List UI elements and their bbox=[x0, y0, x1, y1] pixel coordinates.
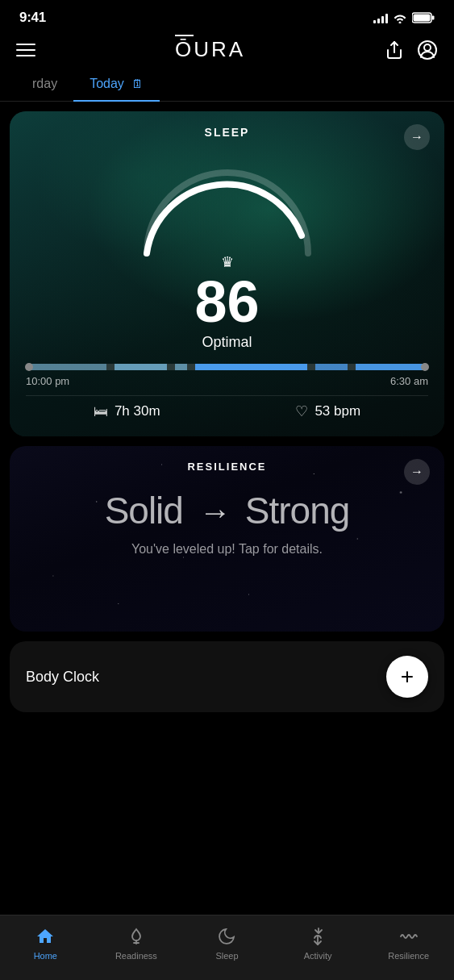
sleep-icon bbox=[217, 925, 236, 948]
heart-icon: ♡ bbox=[295, 402, 308, 420]
resilience-title: RESILIENCE bbox=[26, 461, 428, 473]
status-time: 9:41 bbox=[19, 10, 46, 26]
logo: ŌURA bbox=[175, 37, 245, 62]
crown-icon: ♛ bbox=[221, 253, 234, 271]
sleep-card[interactable]: → SLEEP ♛ 86 Optimal bbox=[10, 111, 444, 436]
sleep-end-time: 6:30 am bbox=[390, 375, 428, 387]
svg-rect-1 bbox=[432, 16, 435, 20]
resilience-arrow-btn[interactable]: → bbox=[404, 459, 430, 485]
home-icon bbox=[35, 925, 55, 948]
sleep-card-title: SLEEP bbox=[26, 126, 428, 139]
header-right bbox=[385, 40, 438, 60]
add-button[interactable]: + bbox=[386, 656, 428, 698]
sleep-start-time: 10:00 pm bbox=[26, 375, 69, 387]
sleep-stats: 🛏 7h 30m ♡ 53 bpm bbox=[26, 395, 428, 420]
tabs: rday Today 🗓 bbox=[0, 69, 454, 102]
resilience-subtitle: You've leveled up! Tap for details. bbox=[26, 542, 428, 557]
heart-rate-stat: ♡ 53 bpm bbox=[295, 402, 360, 420]
hamburger-menu[interactable] bbox=[16, 44, 35, 56]
body-clock-title: Body Clock bbox=[26, 669, 99, 686]
calendar-icon: 🗓 bbox=[131, 77, 144, 90]
heart-rate: 53 bpm bbox=[314, 403, 360, 419]
resilience-to: Strong bbox=[245, 490, 350, 532]
resilience-nav-icon bbox=[399, 925, 419, 948]
timeline-segments bbox=[26, 364, 428, 370]
bottom-nav: Home Readiness Sleep bbox=[0, 915, 454, 980]
body-clock-section: Body Clock + bbox=[10, 641, 444, 712]
svg-rect-2 bbox=[414, 15, 431, 22]
resilience-card[interactable]: → RESILIENCE Solid → Strong You've level… bbox=[10, 446, 444, 632]
resilience-from: Solid bbox=[105, 490, 183, 532]
header-left bbox=[16, 44, 35, 56]
nav-item-sleep[interactable]: Sleep bbox=[202, 925, 251, 961]
sleep-gauge: ♛ 86 Optimal bbox=[26, 148, 428, 351]
profile-button[interactable] bbox=[417, 40, 438, 60]
logo-o: Ō bbox=[175, 37, 194, 62]
sleep-timeline: 10:00 pm 6:30 am bbox=[26, 364, 428, 387]
bed-icon: 🛏 bbox=[94, 403, 108, 420]
timeline-bar bbox=[26, 364, 428, 370]
sleep-duration-stat: 🛏 7h 30m bbox=[94, 402, 160, 420]
nav-label-resilience: Resilience bbox=[388, 951, 429, 961]
nav-item-activity[interactable]: Activity bbox=[294, 925, 342, 961]
resilience-content: → RESILIENCE Solid → Strong You've level… bbox=[10, 446, 444, 579]
svg-point-5 bbox=[424, 44, 431, 51]
battery-icon bbox=[412, 12, 435, 23]
sleep-card-content: → SLEEP ♛ 86 Optimal bbox=[10, 111, 444, 436]
main-content: → SLEEP ♛ 86 Optimal bbox=[0, 102, 454, 819]
nav-item-home[interactable]: Home bbox=[21, 925, 69, 961]
tab-yesterday[interactable]: rday bbox=[16, 69, 73, 101]
tab-today[interactable]: Today 🗓 bbox=[73, 69, 160, 101]
readiness-icon bbox=[127, 925, 146, 948]
nav-label-readiness: Readiness bbox=[115, 951, 157, 961]
gauge-score-container: ♛ 86 Optimal bbox=[194, 253, 259, 351]
sleep-score-label: Optimal bbox=[202, 334, 252, 351]
nav-label-activity: Activity bbox=[304, 951, 332, 961]
status-bar: 9:41 bbox=[0, 0, 454, 29]
sleep-duration: 7h 30m bbox=[115, 403, 160, 419]
timeline-start-dot bbox=[25, 363, 33, 371]
wifi-icon bbox=[393, 12, 407, 23]
sleep-score: 86 bbox=[194, 273, 259, 331]
share-button[interactable] bbox=[385, 40, 404, 60]
sleep-card-arrow[interactable]: → bbox=[404, 124, 430, 150]
status-icons bbox=[373, 12, 435, 23]
resilience-score-text: Solid → Strong bbox=[26, 489, 428, 532]
nav-label-home: Home bbox=[34, 951, 57, 961]
nav-item-readiness[interactable]: Readiness bbox=[112, 925, 160, 961]
signal-icon bbox=[373, 12, 388, 23]
nav-item-resilience[interactable]: Resilience bbox=[385, 925, 433, 961]
header: ŌURA bbox=[0, 29, 454, 69]
resilience-transition-arrow: → bbox=[199, 494, 239, 530]
timeline-end-dot bbox=[421, 363, 429, 371]
activity-icon bbox=[308, 925, 327, 948]
timeline-times: 10:00 pm 6:30 am bbox=[26, 375, 428, 387]
nav-label-sleep: Sleep bbox=[215, 951, 238, 961]
gauge-svg bbox=[123, 148, 332, 261]
